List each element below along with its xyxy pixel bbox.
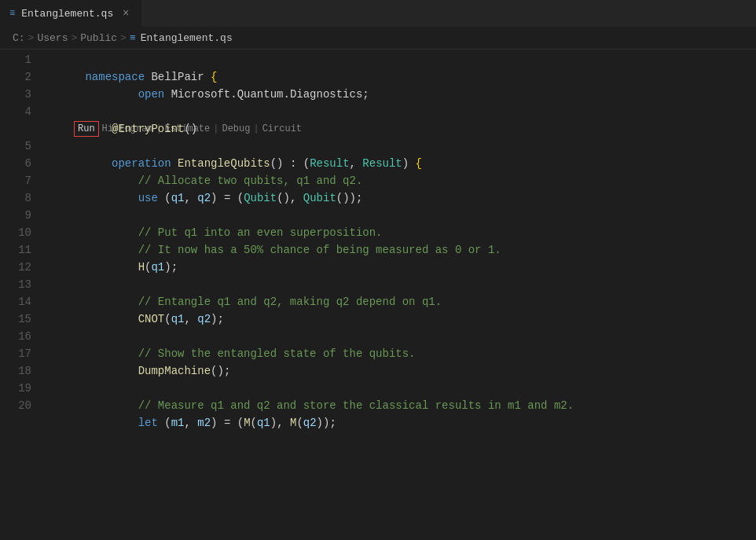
code-line-9: // Put q1 into an even superposition. (39, 207, 756, 224)
code-line-14: CNOT(q1, q2); (39, 293, 756, 310)
line-num-10: 10 (0, 224, 31, 241)
breadcrumb-sep-1: > (28, 32, 35, 44)
line-num-3: 3 (0, 86, 31, 103)
code-line-13: // Entangle q1 and q2, making q2 depend … (39, 276, 756, 293)
code-line-12 (39, 259, 756, 276)
line-num-8: 8 (0, 189, 31, 207)
breadcrumb-users: Users (37, 32, 68, 44)
line-num-11: 11 (0, 241, 31, 259)
tab-label: Entanglement.qs (21, 8, 113, 20)
code-line-19: // Measure q1 and q2 and store the class… (39, 380, 756, 397)
line-num-6: 6 (0, 155, 31, 172)
code-line-16: // Show the entangled state of the qubit… (39, 328, 756, 345)
code-line-2: open Microsoft.Quantum.Diagnostics; (39, 68, 756, 86)
code-line-10: // It now has a 50% chance of being meas… (39, 224, 756, 241)
code-line-11: H(q1); (39, 241, 756, 259)
breadcrumb-public: Public (80, 32, 117, 44)
code-line-4: @EntryPoint() (39, 103, 756, 120)
code-line-5: operation EntangleQubits() : (Result, Re… (39, 138, 756, 155)
tab-bar: ≡ Entanglement.qs × (0, 0, 756, 28)
code-line-15 (39, 310, 756, 328)
tab-file-icon: ≡ (9, 8, 15, 19)
line-num-13: 13 (0, 276, 31, 293)
line-num-1: 1 (0, 51, 31, 68)
breadcrumb-sep-3: > (120, 32, 127, 44)
breadcrumb-file-icon: ≡ (130, 32, 136, 44)
line-num-5: 5 (0, 138, 31, 155)
line-num-15: 15 (0, 310, 31, 328)
line-num-20: 20 (0, 397, 31, 414)
breadcrumb-filename: Entanglement.qs (141, 32, 233, 44)
line-numbers: 1 2 3 4 5 6 7 8 9 10 11 12 13 14 15 16 1… (0, 50, 39, 540)
breadcrumb: C: > Users > Public > ≡ Entanglement.qs (0, 28, 756, 50)
codelens-debug[interactable]: Debug (222, 120, 250, 138)
line-num-14: 14 (0, 293, 31, 310)
tab-close-button[interactable]: × (119, 7, 132, 20)
breadcrumb-sep-2: > (71, 32, 77, 44)
line-num-9: 9 (0, 207, 31, 224)
line-num-7: 7 (0, 172, 31, 189)
code-line-6: // Allocate two qubits, q1 and q2. (39, 155, 756, 172)
breadcrumb-drive: C: (13, 32, 25, 44)
code-line-7: use (q1, q2) = (Qubit(), Qubit()); (39, 172, 756, 189)
code-line-3 (39, 86, 756, 103)
line-num-4: 4 (0, 103, 31, 120)
line-num-17: 17 (0, 345, 31, 362)
line-num-18: 18 (0, 362, 31, 380)
codelens-circuit[interactable]: Circuit (262, 120, 302, 138)
line-num-2: 2 (0, 68, 31, 86)
line-num-19: 19 (0, 380, 31, 397)
line-num-12: 12 (0, 259, 31, 276)
code-line-8 (39, 189, 756, 207)
code-line-20: let (m1, m2) = (M(q1), M(q2)); (39, 397, 756, 414)
tab-entanglement[interactable]: ≡ Entanglement.qs × (0, 0, 142, 27)
editor: 1 2 3 4 5 6 7 8 9 10 11 12 13 14 15 16 1… (0, 50, 756, 540)
code-line-1: namespace BellPair { (39, 51, 756, 68)
code-line-18 (39, 362, 756, 380)
line-num-16: 16 (0, 328, 31, 345)
code-area[interactable]: namespace BellPair { open Microsoft.Quan… (39, 50, 756, 540)
line-num-codelens (0, 120, 31, 138)
code-line-17: DumpMachine(); (39, 345, 756, 362)
